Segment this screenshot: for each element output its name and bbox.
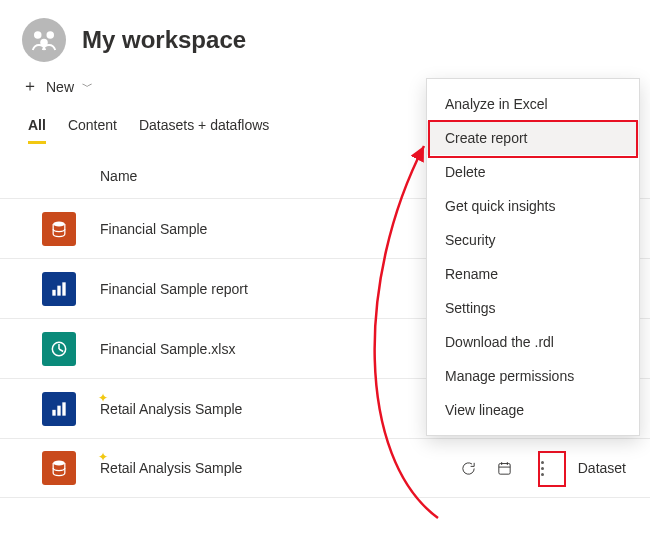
menu-item-settings[interactable]: Settings xyxy=(427,291,639,325)
svg-rect-10 xyxy=(62,402,65,415)
item-name[interactable]: Financial Sample.xlsx xyxy=(100,341,235,357)
menu-item-download-the-rdl[interactable]: Download the .rdl xyxy=(427,325,639,359)
dataset-icon xyxy=(42,212,76,246)
menu-item-manage-permissions[interactable]: Manage permissions xyxy=(427,359,639,393)
menu-item-analyze-in-excel[interactable]: Analyze in Excel xyxy=(427,87,639,121)
svg-rect-4 xyxy=(52,289,55,295)
report-icon xyxy=(42,272,76,306)
svg-point-11 xyxy=(53,461,65,466)
svg-rect-12 xyxy=(498,463,509,474)
new-button[interactable]: ＋ New ﹀ xyxy=(22,76,93,97)
svg-rect-6 xyxy=(62,282,65,295)
context-menu: Analyze in ExcelCreate reportDeleteGet q… xyxy=(426,78,640,436)
menu-item-security[interactable]: Security xyxy=(427,223,639,257)
workspace-avatar xyxy=(22,18,66,62)
svg-rect-5 xyxy=(57,285,60,295)
plus-icon: ＋ xyxy=(22,76,38,97)
menu-item-rename[interactable]: Rename xyxy=(427,257,639,291)
item-name[interactable]: Retail Analysis Sample✦ xyxy=(100,460,242,476)
tab-content[interactable]: Content xyxy=(68,117,117,144)
report-icon xyxy=(42,392,76,426)
menu-item-view-lineage[interactable]: View lineage xyxy=(427,393,639,427)
star-icon: ✦ xyxy=(98,391,108,405)
item-name[interactable]: Financial Sample xyxy=(100,221,207,237)
svg-rect-9 xyxy=(57,405,60,415)
item-name[interactable]: Financial Sample report xyxy=(100,281,248,297)
item-type: Dataset xyxy=(578,460,626,476)
tab-datasets-dataflows[interactable]: Datasets + dataflows xyxy=(139,117,269,144)
workbook-icon xyxy=(42,332,76,366)
svg-rect-8 xyxy=(52,409,55,415)
more-options-button[interactable] xyxy=(530,453,554,483)
menu-item-delete[interactable]: Delete xyxy=(427,155,639,189)
dataset-icon xyxy=(42,451,76,485)
star-icon: ✦ xyxy=(98,450,108,464)
new-button-label: New xyxy=(46,79,74,95)
schedule-refresh-icon[interactable] xyxy=(494,458,514,478)
svg-point-0 xyxy=(34,31,42,39)
chevron-down-icon: ﹀ xyxy=(82,79,93,94)
refresh-icon[interactable] xyxy=(458,458,478,478)
row-actions xyxy=(458,453,554,483)
workspace-title: My workspace xyxy=(82,26,246,54)
tab-all[interactable]: All xyxy=(28,117,46,144)
menu-item-create-report[interactable]: Create report xyxy=(427,121,639,155)
column-header-name[interactable]: Name xyxy=(100,168,137,184)
menu-item-get-quick-insights[interactable]: Get quick insights xyxy=(427,189,639,223)
svg-point-1 xyxy=(47,31,55,39)
item-name[interactable]: Retail Analysis Sample✦ xyxy=(100,401,242,417)
svg-point-3 xyxy=(53,221,65,226)
list-item[interactable]: Retail Analysis Sample✦Dataset xyxy=(0,438,650,498)
